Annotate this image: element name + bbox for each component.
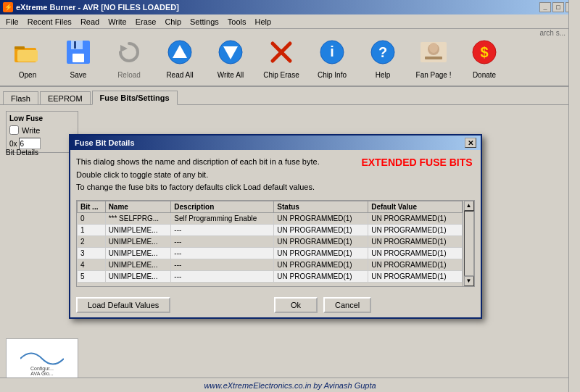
cell-bit: 3	[78, 247, 106, 259]
modal-extended-title: EXTENDED FUSE BITS	[359, 156, 475, 194]
chip-info-button[interactable]: i Chip Info	[307, 33, 357, 82]
open-label: Open	[19, 71, 36, 80]
modal-footer: Load Default Values Ok Cancel	[70, 293, 481, 317]
menu-help[interactable]: Help	[250, 16, 276, 28]
cell-name: UNIMPLEME...	[105, 224, 171, 235]
donate-label: Donate	[473, 71, 496, 80]
modal-body: This dialog shows the name and discripti…	[70, 150, 481, 293]
reload-button[interactable]: Reload	[104, 33, 154, 82]
write-all-button[interactable]: Write All	[206, 33, 255, 82]
fan-page-label: Fan Page !	[416, 71, 452, 80]
ok-button[interactable]: Ok	[274, 297, 318, 313]
table-scrollbar[interactable]: ▲ ▼	[463, 201, 474, 286]
col-bit: Bit ...	[78, 201, 106, 212]
table-row[interactable]: 3UNIMPLEME...---UN PROGRAMMED(1)UN PROGR…	[78, 247, 463, 259]
cell-bit: 2	[78, 235, 106, 247]
help-label: Help	[376, 71, 391, 80]
scroll-track	[464, 211, 474, 276]
help-button[interactable]: ? Help	[358, 33, 407, 82]
cell-desc: ---	[171, 259, 274, 270]
donate-icon: $	[467, 35, 502, 70]
svg-rect-1	[14, 46, 25, 49]
load-default-button[interactable]: Load Default Values	[76, 297, 170, 313]
svg-marker-7	[120, 45, 128, 52]
chip-info-label: Chip Info	[318, 71, 347, 80]
title-bar: ⚡ eXtreme Burner - AVR [NO FILES LOADED]…	[0, 0, 580, 14]
cell-name: UNIMPLEME...	[105, 259, 171, 270]
save-button[interactable]: Save	[54, 33, 103, 82]
cell-status: UN PROGRAMMED(1)	[274, 259, 368, 270]
cell-desc: ---	[171, 247, 274, 259]
fuse-bit-details-modal: Fuse Bit Details ✕ This dialog shows the…	[69, 134, 482, 319]
toolbar: Open Save Reload	[0, 29, 580, 87]
chip-erase-button[interactable]: Chip Erase	[257, 33, 306, 82]
read-all-icon	[162, 35, 197, 70]
main-content: Low Fuse Write 0x Bit Details Configur..…	[0, 104, 580, 389]
menu-recent-files[interactable]: Recent Files	[23, 16, 76, 28]
menu-erase[interactable]: Erase	[131, 16, 161, 28]
tab-eeprom[interactable]: EEPROM	[40, 91, 91, 105]
menu-tools[interactable]: Tools	[223, 16, 251, 28]
col-name: Name	[105, 201, 171, 212]
svg-rect-4	[71, 41, 83, 49]
read-all-button[interactable]: Read All	[155, 33, 204, 82]
table-row[interactable]: 1UNIMPLEME...---UN PROGRAMMED(1)UN PROGR…	[78, 224, 463, 235]
cell-bit: 0	[78, 212, 106, 224]
cell-default: UN PROGRAMMED(1)	[368, 259, 463, 270]
chip-info-icon: i	[315, 35, 349, 70]
menu-chip[interactable]: Chip	[160, 16, 186, 28]
scroll-down-button[interactable]: ▼	[464, 276, 474, 286]
menu-write[interactable]: Write	[104, 16, 130, 28]
cell-bit: 1	[78, 224, 106, 235]
col-default: Default Value	[368, 201, 463, 212]
save-label: Save	[70, 71, 87, 80]
cell-name: UNIMPLEME...	[105, 247, 171, 259]
cell-desc: Self Programming Enable	[171, 212, 274, 224]
save-icon	[61, 35, 96, 70]
svg-rect-5	[72, 54, 84, 62]
modal-close-button[interactable]: ✕	[465, 138, 476, 148]
chip-erase-icon	[264, 35, 299, 70]
fuse-table-wrapper: Bit ... Name Description Status Default …	[76, 200, 475, 287]
modal-info: This dialog shows the name and discripti…	[76, 156, 475, 194]
svg-text:i: i	[330, 43, 334, 59]
maximize-button[interactable]: □	[552, 2, 564, 12]
table-row[interactable]: 0*** SELFPRG...Self Programming EnableUN…	[78, 212, 463, 224]
cell-default: UN PROGRAMMED(1)	[368, 224, 463, 235]
cell-status: UN PROGRAMMED(1)	[274, 212, 368, 224]
app-icon: ⚡	[3, 2, 13, 12]
open-button[interactable]: Open	[3, 33, 52, 82]
ok-cancel-group: Ok Cancel	[170, 297, 475, 313]
svg-rect-21	[425, 57, 442, 59]
fan-page-button[interactable]: Fan Page !	[409, 33, 458, 82]
tab-fuse-bits[interactable]: Fuse Bits/Settings	[92, 91, 178, 105]
fuse-table: Bit ... Name Description Status Default …	[77, 201, 463, 283]
table-row[interactable]: 2UNIMPLEME...---UN PROGRAMMED(1)UN PROGR…	[78, 235, 463, 247]
scroll-up-button[interactable]: ▲	[464, 201, 474, 211]
menu-read[interactable]: Read	[76, 16, 104, 28]
table-row[interactable]: 4UNIMPLEME...---UN PROGRAMMED(1)UN PROGR…	[78, 259, 463, 270]
table-row[interactable]: 5UNIMPLEME...---UN PROGRAMMED(1)UN PROGR…	[78, 270, 463, 282]
cell-status: UN PROGRAMMED(1)	[274, 270, 368, 282]
help-icon: ?	[365, 35, 400, 70]
write-all-label: Write All	[218, 71, 244, 80]
open-icon	[10, 35, 45, 70]
col-status: Status	[274, 201, 368, 212]
cell-name: UNIMPLEME...	[105, 235, 171, 247]
menu-settings[interactable]: Settings	[186, 16, 223, 28]
modal-description: This dialog shows the name and discripti…	[76, 156, 347, 194]
donate-button[interactable]: $ Donate	[460, 33, 509, 82]
cell-default: UN PROGRAMMED(1)	[368, 270, 463, 282]
cell-default: UN PROGRAMMED(1)	[368, 247, 463, 259]
minimize-button[interactable]: _	[539, 2, 551, 12]
cancel-button[interactable]: Cancel	[323, 297, 371, 313]
window-title: eXtreme Burner - AVR [NO FILES LOADED]	[16, 3, 179, 12]
write-all-icon	[213, 35, 248, 70]
fan-page-icon	[416, 35, 451, 70]
menu-file[interactable]: File	[1, 16, 23, 28]
tab-flash[interactable]: Flash	[3, 91, 38, 105]
cell-name: *** SELFPRG...	[105, 212, 171, 224]
cell-default: UN PROGRAMMED(1)	[368, 235, 463, 247]
cell-desc: ---	[171, 270, 274, 282]
svg-text:$: $	[480, 44, 488, 60]
